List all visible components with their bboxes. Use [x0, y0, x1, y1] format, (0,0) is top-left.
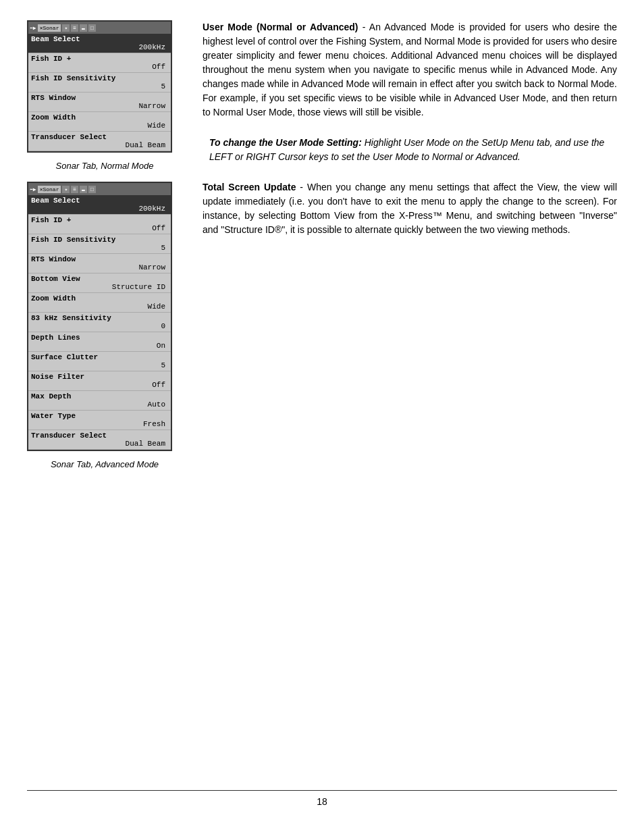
adv-menu-fish-id-sensitivity: Fish ID Sensitivity 5 [28, 234, 171, 254]
sonar-tab-active-adv: ✕Sonar [38, 186, 61, 193]
page-number: 18 [317, 796, 327, 807]
change-user-mode-block: To change the User Mode Setting: Highlig… [203, 136, 617, 164]
user-mode-paragraph: User Mode (Normal or Advanced) - An Adva… [203, 20, 617, 120]
page: ⬅▶ ✕Sonar ✦ ≡ ▬ □ Beam Select 200kHz Fis… [0, 0, 644, 834]
settings-tab-adv: ✦ [62, 186, 70, 193]
left-column: ⬅▶ ✕Sonar ✦ ≡ ▬ □ Beam Select 200kHz Fis… [27, 20, 182, 770]
advanced-mode-caption: Sonar Tab, Advanced Mode [27, 459, 182, 469]
adv-menu-rts-window: RTS Window Narrow [28, 254, 171, 273]
nav-icon: ⬅▶ [30, 25, 36, 31]
sonar-tab-active: ✕Sonar [38, 24, 61, 32]
settings-tab: ✦ [62, 24, 70, 32]
adv-menu-surface-clutter: Surface Clutter 5 [28, 352, 171, 371]
menu-tab: ≡ [71, 24, 78, 32]
user-mode-section: User Mode (Normal or Advanced) - An Adva… [203, 20, 617, 120]
menu-tab-adv: ≡ [71, 186, 78, 193]
normal-mode-caption: Sonar Tab, Normal Mode [27, 161, 182, 171]
adv-menu-zoom-width: Zoom Width Wide [28, 293, 171, 313]
display-tab: ▬ [80, 24, 87, 32]
normal-mode-header: ⬅▶ ✕Sonar ✦ ≡ ▬ □ [28, 22, 171, 34]
user-mode-title: User Mode (Normal or Advanced) [203, 22, 358, 32]
adv-menu-water-type: Water Type Fresh [28, 411, 171, 430]
normal-mode-screen: ⬅▶ ✕Sonar ✦ ≡ ▬ □ Beam Select 200kHz Fis… [27, 20, 172, 153]
total-screen-title: Total Screen Update [203, 182, 296, 192]
advanced-mode-screen: ⬅▶ ✕Sonar ✦ ≡ ▬ □ Beam Select 200kHz Fis… [27, 182, 172, 451]
menu-beam-select: Beam Select 200kHz [28, 34, 171, 53]
adv-menu-max-depth: Max Depth Auto [28, 391, 171, 411]
menu-fish-id-plus: Fish ID + Off [28, 53, 171, 73]
extra-tab-adv: □ [88, 186, 96, 193]
extra-tab: □ [88, 24, 96, 32]
adv-menu-noise-filter: Noise Filter Off [28, 371, 171, 391]
adv-menu-83khz: 83 kHz Sensitivity 0 [28, 313, 171, 332]
display-tab-adv: ▬ [80, 186, 87, 193]
total-screen-paragraph: Total Screen Update - When you change an… [203, 180, 617, 237]
adv-menu-depth-lines: Depth Lines On [28, 332, 171, 352]
nav-icon-adv: ⬅▶ [30, 186, 36, 192]
adv-menu-beam-select: Beam Select 200kHz [28, 195, 171, 215]
italic-bold-label: To change the User Mode Setting: [209, 137, 362, 148]
menu-rts-window: RTS Window Narrow [28, 93, 171, 112]
right-column: User Mode (Normal or Advanced) - An Adva… [203, 20, 617, 770]
menu-fish-id-sensitivity: Fish ID Sensitivity 5 [28, 73, 171, 93]
menu-transducer-select: Transducer Select Dual Beam [28, 132, 171, 151]
total-screen-update-section: Total Screen Update - When you change an… [203, 180, 617, 237]
adv-menu-transducer-select: Transducer Select Dual Beam [28, 430, 171, 450]
adv-menu-fish-id-plus: Fish ID + Off [28, 215, 171, 234]
page-footer: 18 [27, 790, 617, 807]
advanced-mode-header: ⬅▶ ✕Sonar ✦ ≡ ▬ □ [28, 183, 171, 195]
adv-menu-bottom-view: Bottom View Structure ID [28, 273, 171, 293]
menu-zoom-width: Zoom Width Wide [28, 112, 171, 132]
content-area: ⬅▶ ✕Sonar ✦ ≡ ▬ □ Beam Select 200kHz Fis… [27, 20, 617, 770]
user-mode-body: An Advanced Mode is provided for users w… [203, 22, 617, 118]
